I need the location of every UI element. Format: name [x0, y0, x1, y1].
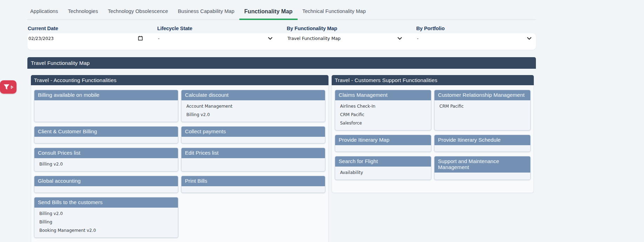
application-item[interactable]: Billing: [39, 216, 173, 224]
filter-inputs-bar: 02/23/2023 - Travel Functionality Map: [27, 33, 536, 50]
card-title[interactable]: Customer Relationship Management: [434, 90, 530, 100]
tab-business-capability-map[interactable]: Business Capability Map: [173, 8, 239, 19]
card-body: [34, 137, 178, 143]
tab-technical-functionality-map[interactable]: Technical Functionality Map: [298, 8, 371, 19]
panel-header: Travel - Customers Support Functionaliti…: [332, 75, 534, 85]
by-portfolio-label: By Portfolio: [416, 26, 536, 33]
by-functionality-map-label: By Functionality Map: [286, 26, 406, 33]
panel-body: Claims Management Airlines Check-InCRM P…: [332, 85, 533, 193]
panel-accounting-functionalities: Travel - Accounting Functionalities Bill…: [31, 75, 328, 242]
functionality-card[interactable]: Claims Management Airlines Check-InCRM P…: [335, 90, 431, 130]
by-functionality-map-select[interactable]: Travel Functionality Map: [286, 33, 406, 50]
play-arrow-icon: [11, 86, 13, 89]
card-body: Account ManagementBilling v2.0: [181, 100, 325, 122]
page-container: Applications Technologies Technology Obs…: [27, 0, 536, 242]
map-title-bar: Travel Functionality Map: [27, 57, 536, 69]
functionality-card[interactable]: Client & Customer Billing: [34, 126, 178, 143]
tab-bar: Applications Technologies Technology Obs…: [27, 0, 536, 20]
card-title[interactable]: Provide Itinerary Map: [335, 135, 431, 145]
card-body: [335, 145, 431, 152]
functionality-card[interactable]: Edit Prices list: [181, 148, 325, 172]
calendar-icon: [138, 36, 143, 41]
panel-title: Travel - Customers Support Functionaliti…: [335, 77, 437, 83]
card-title[interactable]: Print Bills: [181, 176, 325, 186]
application-item[interactable]: CRM Pacific: [439, 100, 525, 109]
filter-section: Current Date Lifecycle State By Function…: [27, 26, 536, 50]
card-title[interactable]: Consult Prices list: [34, 148, 178, 158]
panel-customers-support-functionalities: Travel - Customers Support Functionaliti…: [332, 75, 534, 193]
by-portfolio-value: -: [417, 35, 419, 42]
application-item[interactable]: Billing v2.0: [39, 208, 173, 216]
card-title[interactable]: Client & Customer Billing: [34, 127, 178, 137]
tab-label: Technology Obsolescence: [108, 8, 168, 14]
card-body: [34, 100, 178, 122]
current-date-input[interactable]: 02/23/2023: [27, 33, 147, 50]
tab-label: Technologies: [68, 8, 98, 14]
card-title[interactable]: Support and Maintenance Management: [434, 156, 530, 173]
filter-funnel-icon: [4, 84, 9, 90]
functionality-card[interactable]: Global accounting: [34, 176, 178, 193]
card-body: [181, 158, 325, 171]
card-body: [434, 145, 530, 152]
panel-body: Billing available on mobile Calculate di…: [31, 85, 328, 242]
card-body: [181, 186, 325, 193]
card-body: Billing v2.0: [34, 158, 178, 171]
application-item[interactable]: CRM Pacific: [340, 109, 426, 117]
card-body: [434, 173, 530, 180]
card-title[interactable]: Collect payments: [181, 127, 325, 137]
card-title[interactable]: Global accounting: [34, 176, 178, 186]
panels-row: Travel - Accounting Functionalities Bill…: [27, 69, 536, 242]
functionality-card[interactable]: Customer Relationship Management CRM Pac…: [434, 90, 531, 130]
functionality-card[interactable]: Search for Flight Availability: [335, 156, 431, 180]
functionality-card[interactable]: Provide Itinerary Schedule: [434, 135, 531, 152]
card-title[interactable]: Provide Itinerary Schedule: [434, 135, 530, 145]
card-title[interactable]: Calculate discount: [181, 90, 325, 100]
chevron-down-icon: [398, 37, 402, 40]
functionality-card[interactable]: Calculate discount Account ManagementBil…: [181, 90, 325, 122]
card-body: Billing v2.0BillingBooking Management v2…: [34, 208, 178, 237]
functionality-card[interactable]: Consult Prices list Billing v2.0: [34, 148, 178, 172]
tab-label: Functionality Map: [244, 8, 293, 14]
filter-labels-row: Current Date Lifecycle State By Function…: [27, 26, 536, 33]
tab-label: Business Capability Map: [178, 8, 234, 14]
chevron-down-icon: [527, 37, 531, 40]
panel-title: Travel - Accounting Functionalities: [34, 77, 117, 83]
card-body: [34, 186, 178, 193]
tab-applications[interactable]: Applications: [27, 8, 63, 19]
functionality-card[interactable]: Print Bills: [181, 176, 325, 193]
application-item[interactable]: Billing v2.0: [39, 158, 173, 167]
lifecycle-state-value: -: [158, 35, 160, 42]
tab-technology-obsolescence[interactable]: Technology Obsolescence: [103, 8, 173, 19]
tab-functionality-map[interactable]: Functionality Map: [239, 8, 298, 19]
application-item[interactable]: Availability: [340, 167, 426, 175]
functionality-card[interactable]: Collect payments: [181, 126, 325, 143]
lifecycle-state-select[interactable]: -: [157, 33, 277, 50]
current-date-label: Current Date: [27, 26, 147, 33]
card-title[interactable]: Claims Management: [335, 90, 431, 100]
tab-label: Applications: [30, 8, 58, 14]
lifecycle-state-label: Lifecycle State: [157, 26, 277, 33]
by-portfolio-select[interactable]: -: [416, 33, 536, 50]
current-date-value: 02/23/2023: [28, 35, 54, 42]
application-item[interactable]: Billing v2.0: [186, 109, 320, 117]
card-body: CRM Pacific: [434, 100, 530, 130]
card-body: Airlines Check-InCRM PacificSalesforce: [335, 100, 431, 130]
application-item[interactable]: Salesforce: [340, 117, 426, 126]
card-title[interactable]: Send Bills to the customers: [34, 197, 178, 208]
application-item[interactable]: Account Management: [186, 100, 320, 109]
functionality-card[interactable]: Send Bills to the customers Billing v2.0…: [34, 197, 178, 238]
application-item[interactable]: Booking Management v2.0: [39, 224, 173, 233]
tab-label: Technical Functionality Map: [303, 8, 366, 14]
card-title[interactable]: Edit Prices list: [181, 148, 325, 158]
functionality-card[interactable]: Billing available on mobile: [34, 90, 178, 122]
functionality-card[interactable]: Provide Itinerary Map: [335, 135, 431, 152]
card-title[interactable]: Billing available on mobile: [34, 90, 178, 100]
card-title[interactable]: Search for Flight: [335, 156, 431, 167]
functionality-card[interactable]: Support and Maintenance Management: [434, 156, 531, 180]
application-item[interactable]: Airlines Check-In: [340, 100, 426, 109]
card-body: [181, 137, 325, 143]
filter-fab-button[interactable]: [0, 80, 16, 94]
tab-technologies[interactable]: Technologies: [63, 8, 103, 19]
card-body: Availability: [335, 167, 431, 180]
panel-header: Travel - Accounting Functionalities: [31, 75, 328, 85]
